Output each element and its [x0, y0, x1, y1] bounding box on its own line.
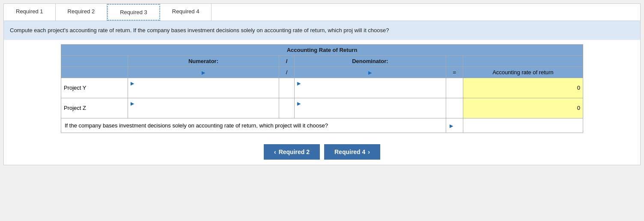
project-z-denominator-cell[interactable]: ▶	[294, 98, 446, 118]
subheader-numerator-input[interactable]: ▶	[128, 67, 279, 78]
arrow-icon-y2: ▶	[297, 81, 301, 86]
col-header-slash: /	[279, 55, 295, 67]
tab-required-2[interactable]: Required 2	[56, 4, 107, 21]
project-z-numerator-cell[interactable]: ▶	[128, 98, 279, 118]
description-text: Compute each project's accounting rate o…	[10, 27, 389, 33]
col-header-label	[61, 55, 128, 67]
table-title: Accounting Rate of Return	[61, 44, 583, 55]
project-z-numerator-input[interactable]	[131, 106, 277, 116]
col-header-equals	[446, 55, 463, 67]
col-header-denominator: Denominator:	[294, 55, 446, 67]
decision-question: If the company bases investment decision…	[61, 118, 446, 133]
arrow-icon-1: ▶	[202, 70, 205, 76]
table-row-project-y: Project Y ▶ ▶ 0	[61, 78, 583, 98]
main-container: Required 1 Required 2 Required 3 Require…	[3, 3, 641, 165]
project-z-label: Project Z	[61, 98, 128, 118]
project-z-slash	[279, 98, 295, 118]
col-header-result	[463, 55, 583, 67]
description-area: Compute each project's accounting rate o…	[4, 21, 640, 40]
arrow-icon-2: ▶	[368, 70, 372, 76]
col-header-numerator: Numerator:	[128, 55, 279, 67]
arrow-icon-y1: ▶	[131, 81, 134, 86]
bottom-nav: ‹ Required 2 Required 4 ›	[4, 137, 640, 165]
table-row-decision: If the company bases investment decision…	[61, 118, 583, 133]
decision-answer-input[interactable]	[467, 121, 579, 130]
subheader-label	[61, 67, 128, 78]
tab-required-1[interactable]: Required 1	[4, 4, 56, 21]
project-y-denominator-input[interactable]	[297, 86, 443, 96]
project-y-denominator-cell[interactable]: ▶	[294, 78, 446, 98]
project-y-label: Project Y	[61, 78, 128, 98]
project-z-result: 0	[463, 98, 583, 118]
project-y-slash	[279, 78, 295, 98]
next-button-label: Required 4	[334, 148, 365, 155]
table-row-project-z: Project Z ▶ ▶ 0	[61, 98, 583, 118]
project-y-numerator-cell[interactable]: ▶	[128, 78, 279, 98]
subheader-denominator-input[interactable]: ▶	[294, 67, 446, 78]
tab-required-4[interactable]: Required 4	[160, 4, 212, 21]
arrow-icon-z1: ▶	[131, 101, 134, 106]
project-z-equals	[446, 98, 463, 118]
prev-arrow-icon: ‹	[274, 148, 276, 155]
prev-button-label: Required 2	[279, 148, 310, 155]
subheader-slash: /	[279, 67, 295, 78]
decision-arrow-cell[interactable]: ▶	[446, 118, 463, 133]
arrow-icon-z2: ▶	[297, 101, 301, 106]
subheader-result: Accounting rate of return	[463, 67, 583, 78]
decision-answer-cell[interactable]	[463, 118, 583, 133]
project-y-numerator-input[interactable]	[131, 86, 277, 96]
tab-required-3[interactable]: Required 3	[107, 4, 160, 21]
arrow-icon-decision: ▶	[450, 123, 453, 129]
next-arrow-icon: ›	[368, 148, 370, 155]
table-container: Accounting Rate of Return Numerator: / D…	[4, 40, 640, 137]
accounting-table: Accounting Rate of Return Numerator: / D…	[61, 44, 583, 133]
project-y-equals	[446, 78, 463, 98]
project-z-denominator-input[interactable]	[297, 106, 443, 116]
tab-row: Required 1 Required 2 Required 3 Require…	[4, 4, 640, 21]
project-y-result: 0	[463, 78, 583, 98]
subheader-equals: =	[446, 67, 463, 78]
next-button[interactable]: Required 4 ›	[324, 144, 380, 160]
prev-button[interactable]: ‹ Required 2	[264, 144, 320, 160]
subheader-row: ▶ / ▶ = Accounting rate of return	[61, 67, 583, 78]
